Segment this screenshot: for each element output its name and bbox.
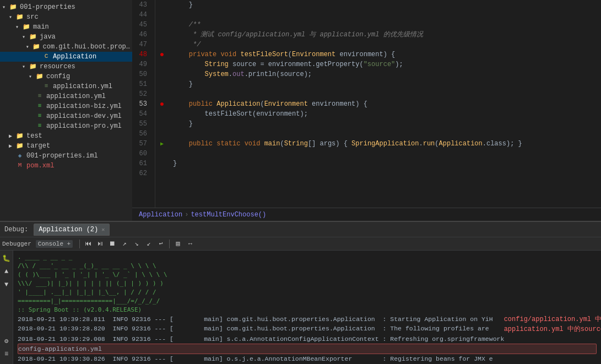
console-output[interactable]: . ____ _ __ _ _ /\\ / ___'_ __ _ _(_)_ _… <box>13 251 601 364</box>
folder-icon: 📁 <box>35 73 44 80</box>
tree-app-yml-label: application.yml <box>46 93 106 100</box>
gutter-55 <box>155 119 169 129</box>
code-line-47: */ <box>173 40 601 50</box>
tree-root[interactable]: ▾ 📁 001-properties <box>0 2 132 12</box>
toolbar-btn-2[interactable]: ⏯ <box>95 238 106 249</box>
line-num-49: 49 <box>132 59 150 69</box>
tree-package[interactable]: ▾ 📁 com.git.hui.boot.prop… <box>0 42 132 52</box>
tree-config[interactable]: ▾ 📁 config <box>0 72 132 82</box>
debug-sidebar-btn4[interactable]: ⚙ <box>1 335 12 346</box>
toolbar-btn-5[interactable]: ↘ <box>131 238 142 249</box>
debug-sidebar-btn2[interactable]: ▲ <box>1 266 12 277</box>
debug-sidebar-btn3[interactable]: ▼ <box>1 279 12 290</box>
yaml-green-icon: ≡ <box>35 122 44 130</box>
tree-main-label: main <box>33 23 49 31</box>
tree-pom[interactable]: M pom.xml <box>0 161 132 171</box>
line-num-47: 47 <box>132 40 150 50</box>
toolbar-btn-9[interactable]: ↔ <box>185 238 196 249</box>
tree-app-biz-yml[interactable]: ≡ application-biz.yml <box>0 101 132 111</box>
debugger-toolbar: Debugger Console + ⏮ ⏯ ⏹ ↗ ↘ ↙ ↩ ▤ ↔ <box>0 237 601 251</box>
tree-arrow: ▶ <box>9 133 15 139</box>
breadcrumb-class[interactable]: Application <box>139 211 182 219</box>
code-line-62 <box>173 169 601 178</box>
folder-icon: 📁 <box>29 33 37 41</box>
banner-line5: ' |____| .__|_| |_|_| |_\__, | / / / / <box>18 288 597 297</box>
tab-close-icon[interactable]: ✕ <box>101 226 105 233</box>
debug-sidebar-btn5[interactable]: ≡ <box>1 349 12 360</box>
code-line-50: System.out.println(source); <box>173 69 601 79</box>
breadcrumb-sep: › <box>185 211 188 219</box>
tree-java-label: java <box>40 33 56 41</box>
breadcrumb-bar: Application › testMultEnvChoose() <box>132 208 601 221</box>
tree-resources-label: resources <box>40 63 75 70</box>
debug-label: Debug: <box>2 226 30 233</box>
tree-resources[interactable]: ▾ 📁 resources <box>0 62 132 72</box>
tree-app-pro-yml[interactable]: ≡ application-pro.yml <box>0 121 132 131</box>
gutter-57[interactable]: ▶ <box>155 139 169 149</box>
debug-tab-application[interactable]: Application (2) ✕ <box>34 224 110 236</box>
editor-area: 43 44 45 46 47 48 49 50 51 52 53 54 55 5… <box>132 0 601 221</box>
tree-package-label: com.git.hui.boot.prop… <box>43 43 130 51</box>
console-highlight-box: config/application.yml 中的source属性值为 conf… <box>504 314 601 334</box>
bottom-panel: Debug: Application (2) ✕ Debugger Consol… <box>0 221 601 364</box>
tree-arrow: ▾ <box>26 44 32 50</box>
toolbar-btn-6[interactable]: ↙ <box>143 238 154 249</box>
tree-app-yml-config[interactable]: ≡ application.yml <box>0 82 132 91</box>
tab-application-label: Application (2) <box>39 226 98 233</box>
tree-config-label: config <box>46 73 70 80</box>
code-line-57: public static void main(String[] args) {… <box>173 139 601 149</box>
debug-sidebar-btn1[interactable]: 🐛 <box>1 253 12 264</box>
line-num-53: 53 <box>132 99 150 109</box>
tree-main[interactable]: ▾ 📁 main <box>0 22 132 32</box>
tree-test[interactable]: ▶ 📁 test <box>0 131 132 141</box>
yaml-icon: ≡ <box>42 83 51 90</box>
tree-target[interactable]: ▶ 📁 target <box>0 141 132 151</box>
tree-target-label: target <box>26 142 50 150</box>
tree-app-yml[interactable]: ≡ application.yml <box>0 91 132 101</box>
folder-icon: 📁 <box>15 142 24 150</box>
tree-arrow: ▾ <box>15 24 22 30</box>
editor-content: 43 44 45 46 47 48 49 50 51 52 53 54 55 5… <box>132 0 601 208</box>
console-label[interactable]: Console + <box>36 240 73 248</box>
tree-iml-label: 001-properties.iml <box>26 152 98 160</box>
line-num-54: 54 <box>132 109 150 119</box>
code-line-43: } <box>173 0 601 10</box>
line-num-46: 46 <box>132 30 150 40</box>
tree-application[interactable]: C Application <box>0 52 132 62</box>
toolbar-btn-3[interactable]: ⏹ <box>107 238 118 249</box>
tree-java[interactable]: ▾ 📁 java <box>0 32 132 42</box>
gutter-46 <box>155 30 169 40</box>
line-num-43: 43 <box>132 0 150 10</box>
gutter-52 <box>155 89 169 99</box>
toolbar-btn-1[interactable]: ⏮ <box>83 238 94 249</box>
toolbar-btn-8[interactable]: ▤ <box>172 238 183 249</box>
code-line-61: } <box>173 159 601 169</box>
code-line-53: public Application(Environment environme… <box>173 99 601 109</box>
toolbar-btn-7[interactable]: ↩ <box>155 238 166 249</box>
tree-root-label: 001-properties <box>20 3 75 11</box>
tree-test-label: test <box>26 132 42 140</box>
folder-icon: 📁 <box>15 132 24 140</box>
breadcrumb-method[interactable]: testMultEnvChoose() <box>191 211 266 219</box>
tree-arrow: ▶ <box>9 143 15 149</box>
tree-arrow: ▾ <box>22 34 29 40</box>
banner-line2: /\\ / ___'_ __ _ _(_)_ __ __ _ \ \ \ \ <box>18 262 597 270</box>
gutter-53[interactable]: ● <box>155 99 169 109</box>
gutter-48[interactable]: ● <box>155 50 169 59</box>
gutter-54 <box>155 109 169 119</box>
tree-src[interactable]: ▾ 📁 src <box>0 12 132 22</box>
iml-icon: ◈ <box>15 152 24 160</box>
code-line-55: } <box>173 119 601 129</box>
gutter-61 <box>155 159 169 169</box>
console-info-1: 2018-09-21 10:39:28.811 INFO 92316 --- [… <box>18 314 493 324</box>
tree-pom-label: pom.xml <box>26 162 54 170</box>
code-line-44 <box>173 10 601 20</box>
tree-arrow: ▾ <box>22 63 29 70</box>
line-num-45: 45 <box>132 20 150 30</box>
toolbar-btn-4[interactable]: ↗ <box>119 238 130 249</box>
tree-app-dev-yml[interactable]: ≡ application-dev.yml <box>0 111 132 121</box>
tree-app-pro-label: application-pro.yml <box>46 122 122 130</box>
tree-app-biz-label: application-biz.yml <box>46 102 122 110</box>
gutter-44 <box>155 10 169 20</box>
tree-iml[interactable]: ◈ 001-properties.iml <box>0 151 132 161</box>
